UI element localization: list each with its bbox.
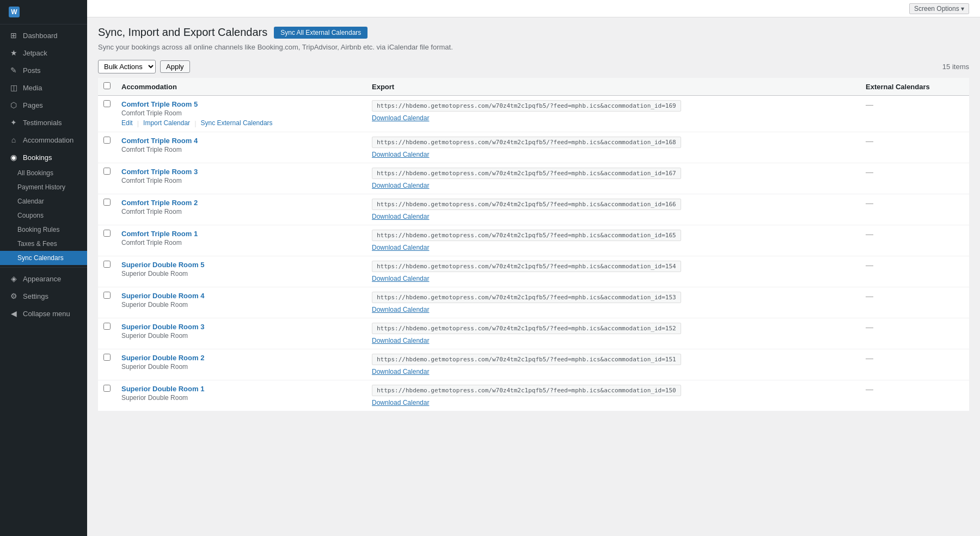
external-value: — <box>866 354 873 362</box>
row-checkbox[interactable] <box>103 323 111 330</box>
room-name-link[interactable]: Comfort Triple Room 5 <box>121 100 198 108</box>
sub-item-label: Payment History <box>17 183 65 191</box>
download-calendar-link[interactable]: Download Calendar <box>372 114 429 122</box>
sidebar-item-posts[interactable]: ✎ Posts <box>0 61 87 79</box>
sidebar-sub-bookings: All Bookings Payment History Calendar Co… <box>0 166 87 265</box>
accommodation-header: Accommodation <box>116 78 366 96</box>
download-calendar-link[interactable]: Download Calendar <box>372 151 429 158</box>
room-action-edit[interactable]: Edit <box>121 119 133 127</box>
download-calendar-link[interactable]: Download Calendar <box>372 275 429 282</box>
posts-icon: ✎ <box>9 66 19 75</box>
action-separator: | <box>194 119 196 127</box>
sidebar-item-label: Accommodation <box>23 136 74 144</box>
row-checkbox[interactable] <box>103 230 111 237</box>
page-title: Sync, Import and Export Calendars <box>98 26 267 39</box>
download-calendar-link[interactable]: Download Calendar <box>372 337 429 344</box>
toolbar: Bulk Actions Apply 15 items <box>98 60 969 73</box>
table-body: Comfort Triple Room 5Comfort Triple Room… <box>98 96 969 411</box>
external-cell: — <box>860 225 969 256</box>
room-type: Superior Double Room <box>121 301 361 309</box>
sidebar-item-accommodation[interactable]: ⌂ Accommodation <box>0 131 87 149</box>
select-all-checkbox[interactable] <box>103 82 111 89</box>
table-row: Superior Double Room 3Superior Double Ro… <box>98 318 969 349</box>
table-row: Comfort Triple Room 3Comfort Triple Room… <box>98 163 969 194</box>
table-row: Comfort Triple Room 1Comfort Triple Room… <box>98 225 969 256</box>
room-action-import-calendar[interactable]: Import Calendar <box>143 119 190 127</box>
download-calendar-link[interactable]: Download Calendar <box>372 399 429 406</box>
accommodation-icon: ⌂ <box>9 135 19 144</box>
sidebar-item-coupons[interactable]: Coupons <box>0 208 87 223</box>
sidebar-item-label: Appearance <box>23 275 61 283</box>
row-checkbox[interactable] <box>103 261 111 268</box>
sidebar-item-media[interactable]: ◫ Media <box>0 79 87 96</box>
download-calendar-link[interactable]: Download Calendar <box>372 368 429 375</box>
room-name-link[interactable]: Comfort Triple Room 2 <box>121 199 198 207</box>
sidebar-item-appearance[interactable]: ◈ Appearance <box>0 270 87 287</box>
download-calendar-link[interactable]: Download Calendar <box>372 244 429 251</box>
download-calendar-link[interactable]: Download Calendar <box>372 213 429 220</box>
sidebar-item-booking-rules[interactable]: Booking Rules <box>0 223 87 237</box>
external-value: — <box>866 168 873 176</box>
calendar-table: Accommodation Export External Calendars … <box>98 78 969 411</box>
row-checkbox-cell <box>98 318 116 349</box>
sidebar-item-sync-calendars[interactable]: Sync Calendars <box>0 251 87 265</box>
row-checkbox-cell <box>98 349 116 380</box>
room-name-link[interactable]: Comfort Triple Room 4 <box>121 137 198 145</box>
sidebar-item-jetpack[interactable]: ★ Jetpack <box>0 44 87 61</box>
bulk-actions-select[interactable]: Bulk Actions <box>98 60 156 73</box>
export-url: https://hbdemo.getmotopress.com/w70z4tm2… <box>372 385 681 396</box>
row-checkbox[interactable] <box>103 292 111 299</box>
sidebar-item-settings[interactable]: ⚙ Settings <box>0 287 87 305</box>
export-cell: https://hbdemo.getmotopress.com/w70z4tm2… <box>366 256 860 287</box>
external-cell: — <box>860 194 969 225</box>
room-name-link[interactable]: Superior Double Room 1 <box>121 385 204 393</box>
appearance-icon: ◈ <box>9 274 19 283</box>
sidebar-item-calendar[interactable]: Calendar <box>0 194 87 208</box>
action-separator: | <box>137 119 139 127</box>
row-checkbox-cell <box>98 287 116 318</box>
sidebar-item-all-bookings[interactable]: All Bookings <box>0 166 87 180</box>
sidebar-item-dashboard[interactable]: ⊞ Dashboard <box>0 27 87 44</box>
download-calendar-link[interactable]: Download Calendar <box>372 182 429 189</box>
export-cell: https://hbdemo.getmotopress.com/w70z4tm2… <box>366 349 860 380</box>
row-checkbox[interactable] <box>103 354 111 361</box>
room-name-link[interactable]: Superior Double Room 3 <box>121 323 204 331</box>
row-checkbox[interactable] <box>103 100 111 107</box>
external-header: External Calendars <box>860 78 969 96</box>
export-url: https://hbdemo.getmotopress.com/w70z4tm2… <box>372 292 681 303</box>
sidebar-item-taxes-fees[interactable]: Taxes & Fees <box>0 237 87 251</box>
sidebar-nav: ⊞ Dashboard ★ Jetpack ✎ Posts ◫ Media ⬡ … <box>0 27 87 322</box>
room-action-sync-external-calendars[interactable]: Sync External Calendars <box>201 119 273 127</box>
row-checkbox[interactable] <box>103 199 111 206</box>
room-name-cell: Comfort Triple Room 5Comfort Triple Room… <box>116 96 366 132</box>
sidebar-divider <box>0 267 87 268</box>
sidebar-item-testimonials[interactable]: ✦ Testimonials <box>0 114 87 131</box>
row-checkbox[interactable] <box>103 385 111 392</box>
room-name-link[interactable]: Superior Double Room 2 <box>121 354 204 362</box>
external-value: — <box>866 100 873 109</box>
room-name-link[interactable]: Comfort Triple Room 3 <box>121 168 198 176</box>
sidebar-item-payment-history[interactable]: Payment History <box>0 180 87 194</box>
sidebar-item-bookings[interactable]: ◉ Bookings <box>0 149 87 166</box>
room-name-cell: Comfort Triple Room 2Comfort Triple Room <box>116 194 366 225</box>
row-checkbox-cell <box>98 96 116 132</box>
screen-options-button[interactable]: Screen Options ▾ <box>909 3 969 14</box>
bookings-icon: ◉ <box>9 153 19 162</box>
sidebar: W ⊞ Dashboard ★ Jetpack ✎ Posts ◫ Media … <box>0 0 87 536</box>
sidebar-item-collapse[interactable]: ◀ Collapse menu <box>0 305 87 322</box>
row-checkbox[interactable] <box>103 168 111 175</box>
room-name-cell: Superior Double Room 4Superior Double Ro… <box>116 287 366 318</box>
row-checkbox[interactable] <box>103 137 111 144</box>
export-url: https://hbdemo.getmotopress.com/w70z4tm2… <box>372 323 681 334</box>
room-name-link[interactable]: Superior Double Room 5 <box>121 261 204 269</box>
room-name-cell: Superior Double Room 3Superior Double Ro… <box>116 318 366 349</box>
room-name-link[interactable]: Comfort Triple Room 1 <box>121 230 198 238</box>
sub-item-label: Sync Calendars <box>17 254 64 262</box>
testimonials-icon: ✦ <box>9 118 19 127</box>
apply-button[interactable]: Apply <box>160 60 190 73</box>
sync-all-button[interactable]: Sync All External Calendars <box>274 27 367 39</box>
sidebar-item-pages[interactable]: ⬡ Pages <box>0 96 87 114</box>
export-cell: https://hbdemo.getmotopress.com/w70z4tm2… <box>366 287 860 318</box>
download-calendar-link[interactable]: Download Calendar <box>372 306 429 313</box>
room-name-link[interactable]: Superior Double Room 4 <box>121 292 204 300</box>
